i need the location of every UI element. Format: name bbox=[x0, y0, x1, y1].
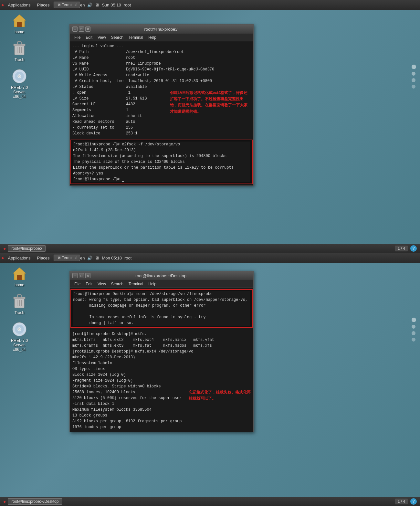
network-icon[interactable]: 🖥 bbox=[95, 3, 99, 7]
maximize-btn-2[interactable]: □ bbox=[79, 273, 84, 278]
dvd-icon[interactable]: RHEL-7.0 Server. x86_64 bbox=[6, 69, 32, 99]
terminal-menubar-1: File Edit View Search Terminal Help bbox=[70, 34, 253, 41]
places-menu[interactable]: Places bbox=[35, 3, 52, 7]
deco-circle-2 bbox=[412, 325, 415, 329]
bottom-taskbar-top: ● Applications Places 🖥 Terminal en 🔊 🖥 … bbox=[0, 253, 420, 263]
terminal-menubar-2: File Edit View Search Terminal Help bbox=[70, 280, 253, 288]
menu-help-2[interactable]: Help bbox=[146, 281, 158, 287]
menu-file[interactable]: File bbox=[72, 35, 82, 40]
home-icon-2[interactable]: home bbox=[6, 266, 32, 287]
svg-rect-13 bbox=[17, 275, 22, 280]
close-btn-2[interactable]: ✕ bbox=[85, 273, 90, 278]
bottom-taskbar-1: ● root@linuxprobe:/ 1 / 4 ? bbox=[0, 244, 420, 253]
terminal-taskbar-btn[interactable]: 🖥 Terminal bbox=[54, 2, 80, 8]
open-app-btn-2[interactable]: root@linuxprobe:~/Desktop bbox=[8, 498, 62, 505]
places-menu-2[interactable]: Places bbox=[35, 256, 52, 260]
maximize-btn[interactable]: □ bbox=[79, 26, 84, 32]
deco-area-1 bbox=[412, 65, 416, 89]
volume-icon-2[interactable]: 🔊 bbox=[87, 256, 92, 260]
menu-view[interactable]: View bbox=[96, 35, 108, 40]
applications-menu[interactable]: Applications bbox=[5, 3, 33, 7]
trash-label: Trash bbox=[15, 58, 24, 62]
terminal-content-normal-2: [root@linuxprobe Desktop]# mkfs. mkfs.bt… bbox=[70, 329, 253, 432]
deco-circle-2 bbox=[412, 338, 415, 342]
close-btn[interactable]: ✕ bbox=[85, 26, 90, 32]
volume-icon[interactable]: 🔊 bbox=[87, 3, 92, 7]
dvd-icon-2[interactable]: RHEL-7.0 Server. x86_64 bbox=[6, 322, 32, 352]
terminal-title-1: root@linuxprobe:/ bbox=[90, 27, 231, 32]
datetime-2: Mon 05:18 bbox=[102, 256, 121, 260]
terminal-window-2: ─ □ ✕ root@linuxprobe:~/Desktop File Edi… bbox=[69, 271, 254, 432]
menu-search-2[interactable]: Search bbox=[109, 281, 125, 287]
deco-circle-2 bbox=[412, 331, 415, 335]
open-app-btn-1[interactable]: root@linuxprobe:/ bbox=[8, 245, 46, 252]
dvd-label: RHEL-7.0 Server. x86_64 bbox=[6, 85, 32, 99]
desktop-icons-area: home Trash bbox=[6, 13, 32, 99]
help-btn-2[interactable]: ? bbox=[410, 498, 417, 505]
deco-circle-2 bbox=[412, 318, 416, 322]
page-indicator-2: 1 / 4 bbox=[395, 499, 408, 504]
minimize-btn-2[interactable]: ─ bbox=[72, 273, 78, 278]
user-indicator: root bbox=[124, 3, 131, 7]
deco-circle bbox=[412, 85, 415, 89]
bottom-screen: ● Applications Places 🖥 Terminal en 🔊 🖥 … bbox=[0, 253, 420, 506]
trash-icon[interactable]: Trash bbox=[6, 41, 32, 62]
menu-edit-2[interactable]: Edit bbox=[84, 281, 94, 287]
desktop-icons-area-2: home Trash bbox=[6, 266, 32, 352]
svg-rect-1 bbox=[17, 22, 22, 27]
terminal-window-1: ─ □ ✕ root@linuxprobe:/ File Edit View S… bbox=[69, 24, 254, 186]
menu-edit[interactable]: Edit bbox=[84, 35, 94, 40]
deco-circle bbox=[412, 72, 415, 76]
home-icon[interactable]: home bbox=[6, 13, 32, 34]
lang-indicator-2: en bbox=[80, 256, 85, 260]
bottom-taskbar-2: ● root@linuxprobe:~/Desktop 1 / 4 ? bbox=[0, 497, 420, 506]
page-indicator-1: 1 / 4 bbox=[395, 246, 408, 251]
help-btn-1[interactable]: ? bbox=[410, 245, 417, 252]
annotation-text-2: 忘记格式化了，挂载失败。格式化再挂载就可以了。 bbox=[189, 389, 251, 402]
minimize-btn[interactable]: ─ bbox=[72, 26, 78, 32]
terminal-icon-2: 🖥 bbox=[57, 256, 61, 260]
terminal-titlebar-1: ─ □ ✕ root@linuxprobe:/ bbox=[70, 25, 253, 34]
terminal-icon: 🖥 bbox=[57, 3, 61, 7]
network-icon-2[interactable]: 🖥 bbox=[95, 256, 99, 260]
menu-terminal-2[interactable]: Terminal bbox=[127, 281, 145, 287]
menu-file-2[interactable]: File bbox=[72, 281, 82, 287]
annotation-text-1: 创建LVM后忘记格式化成ext4格式了，好像还扩容了一下成功了。不过检查磁盘完整… bbox=[170, 90, 251, 115]
user-indicator-2: root bbox=[124, 256, 131, 260]
top-taskbar: ● Applications Places 🖥 Terminal en 🔊 🖥 … bbox=[0, 0, 420, 10]
terminal-content-normal-1: --- Logical volume --- LV Path /dev/rhel… bbox=[70, 41, 253, 138]
menu-search[interactable]: Search bbox=[109, 35, 125, 40]
lang-indicator: en bbox=[80, 3, 85, 7]
terminal-red-section-1: [root@linuxprobe /]# e2fsck -f /dev/stor… bbox=[70, 140, 253, 184]
svg-point-23 bbox=[18, 328, 20, 330]
top-screen: ● Applications Places 🖥 Terminal en 🔊 🖥 … bbox=[0, 0, 420, 253]
datetime: Sun 05:10 bbox=[102, 3, 121, 7]
applications-menu-2[interactable]: Applications bbox=[5, 256, 33, 260]
menu-view-2[interactable]: View bbox=[96, 281, 108, 287]
trash-label-2: Trash bbox=[15, 311, 24, 315]
menu-terminal[interactable]: Terminal bbox=[127, 35, 145, 40]
home-label-2: home bbox=[15, 283, 24, 287]
deco-area-2 bbox=[412, 318, 416, 342]
terminal-taskbar-btn-2[interactable]: 🖥 Terminal bbox=[54, 255, 80, 261]
deco-circle bbox=[412, 78, 415, 82]
dvd-label-2: RHEL-7.0 Server. x86_64 bbox=[6, 338, 32, 352]
svg-point-11 bbox=[18, 75, 20, 77]
trash-icon-2[interactable]: Trash bbox=[6, 294, 32, 315]
terminal-title-2: root@linuxprobe:~/Desktop bbox=[90, 273, 231, 278]
home-label: home bbox=[15, 30, 24, 34]
menu-help[interactable]: Help bbox=[146, 35, 158, 40]
terminal-titlebar-2: ─ □ ✕ root@linuxprobe:~/Desktop bbox=[70, 271, 253, 280]
deco-circle bbox=[412, 65, 416, 69]
terminal-red-section-2: [root@linuxprobe Desktop]# mount /dev/st… bbox=[70, 289, 253, 328]
